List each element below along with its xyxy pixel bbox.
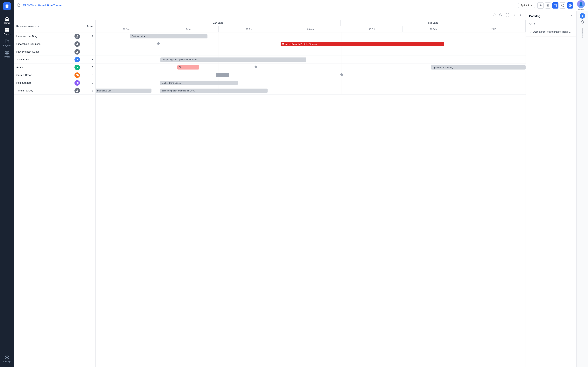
- gantt-row-paul: Market Trend Expl...: [96, 79, 526, 87]
- profile-area[interactable]: 👤 Profile: [577, 0, 585, 11]
- diamond-carmel: [340, 73, 344, 76]
- zoom-out-button[interactable]: [498, 12, 503, 18]
- sidebar-item-okrs[interactable]: OKRs: [0, 49, 14, 60]
- gantt-toolbar: [14, 11, 526, 20]
- svg-point-6: [7, 52, 7, 53]
- svg-point-29: [77, 43, 78, 44]
- backlog-item-text: Acceptance Testing Market Trend i...: [533, 30, 571, 33]
- gantt-right: Jan 2022 Feb 2022 09 Jan 16 Jan 23 Jan 3…: [96, 20, 526, 367]
- gantt-view-button[interactable]: [545, 2, 551, 8]
- gantt-row-ravi: [96, 48, 526, 56]
- backlog-close-button[interactable]: [570, 14, 573, 18]
- bell-icon[interactable]: [580, 20, 584, 25]
- sidebar-item-label: Projects: [3, 44, 11, 47]
- fit-button[interactable]: [505, 12, 510, 18]
- sort-desc-icon[interactable]: ▲: [37, 25, 39, 27]
- svg-rect-1: [7, 29, 9, 30]
- avatar: [75, 41, 80, 47]
- avatar: CB: [75, 72, 80, 78]
- week-13feb: 13 Feb: [403, 26, 464, 32]
- avatar: 👤: [577, 0, 585, 8]
- filter-icon[interactable]: [529, 23, 532, 26]
- sort-asc-icon[interactable]: ▼: [35, 25, 37, 27]
- avatar: [75, 49, 80, 55]
- bar-interactive-user[interactable]: Interactive User: [96, 89, 151, 93]
- profile-label: Profile: [578, 8, 584, 11]
- gantt-row-john: Design Logic for Optimization Engine: [96, 56, 526, 64]
- svg-point-5: [6, 52, 8, 54]
- bar-market-trend[interactable]: Market Trend Expl...: [160, 81, 238, 85]
- gantt-left: Resource Name ▼ ▲ Tasks Hans van der Bur…: [14, 20, 96, 367]
- avatar: A: [75, 65, 80, 70]
- app-logo[interactable]: [3, 2, 11, 10]
- svg-point-7: [6, 357, 8, 358]
- sprint-selector[interactable]: Sprint 1: [518, 3, 535, 8]
- add-button[interactable]: [537, 2, 544, 8]
- table-row: Gioacchino Gaudioso 2: [14, 40, 95, 48]
- sidebar-item-home[interactable]: Home: [0, 15, 14, 26]
- gantt-row-tanuja: Interactive User Build Integration inter…: [96, 87, 526, 95]
- bar-design-logic[interactable]: Design Logic for Optimization Engine: [160, 58, 306, 62]
- boards-icon: [5, 28, 9, 32]
- avatar: PS: [75, 80, 80, 86]
- calendar-view-button[interactable]: [552, 2, 558, 8]
- topbar: EP0005 - AI Based Time Tracker Sprint 1: [14, 0, 588, 11]
- bar-build-integration[interactable]: Build Integration interface for Goo...: [160, 89, 268, 93]
- logo-icon: [5, 4, 9, 8]
- week-20feb: 20 Feb: [464, 26, 526, 32]
- sidebar-item-projects[interactable]: Projects: [0, 37, 14, 49]
- svg-rect-3: [5, 31, 7, 32]
- week-30jan: 30 Jan: [280, 26, 341, 32]
- chevron-down-icon: [530, 4, 533, 7]
- svg-line-26: [502, 16, 502, 16]
- sort-up-icon[interactable]: [533, 23, 536, 26]
- sidebar-item-boards[interactable]: Boards: [0, 26, 14, 37]
- main-content: Resource Name ▼ ▲ Tasks Hans van der Bur…: [14, 11, 588, 367]
- sidebar-item-label: OKRs: [4, 56, 10, 58]
- table-row: Paul Santner PS 2: [14, 79, 95, 87]
- avatar: [75, 33, 80, 39]
- table-row: John Fama JF 1: [14, 56, 95, 64]
- gantt-header-timeline: Jan 2022 Feb 2022 09 Jan 16 Jan 23 Jan 3…: [96, 20, 526, 33]
- doc-icon: [17, 3, 21, 8]
- settings-icon: [5, 355, 9, 360]
- gantt-row-carmel: [96, 71, 526, 79]
- svg-rect-11: [547, 5, 548, 5]
- next-button[interactable]: [518, 12, 523, 18]
- zoom-in-button[interactable]: [492, 12, 497, 18]
- settings-cog-button[interactable]: [567, 2, 573, 8]
- backlog-header: Backlog: [526, 11, 576, 21]
- col-tasks-label: Tasks: [81, 25, 93, 28]
- gantt-container: Resource Name ▼ ▲ Tasks Hans van der Bur…: [14, 20, 526, 367]
- bar-optimization[interactable]: Optimization - Testing: [431, 65, 526, 69]
- info-button[interactable]: [560, 2, 566, 8]
- table-row: Hans van der Burg 2: [14, 33, 95, 40]
- col-resource-label: Resource Name ▼ ▲: [16, 25, 80, 28]
- svg-rect-12: [547, 6, 549, 6]
- backlog-toolbar: [526, 21, 576, 28]
- list-item[interactable]: Acceptance Testing Market Trend i...: [526, 28, 576, 37]
- bar-r8[interactable]: R8: [177, 65, 199, 69]
- home-icon: [5, 17, 9, 21]
- sidebar-item-label: Boards: [4, 33, 10, 35]
- bar-deployment[interactable]: Deployment ▶: [130, 34, 208, 38]
- svg-rect-10: [547, 4, 549, 5]
- gantt-area: Resource Name ▼ ▲ Tasks Hans van der Bur…: [14, 11, 526, 367]
- okrs-icon: [5, 50, 9, 55]
- sidebar-item-settings[interactable]: Settings: [0, 353, 14, 365]
- bar-mapping[interactable]: Mapping of data to Portfolio Structure: [281, 42, 444, 46]
- gantt-row-hans: Deployment ▶: [96, 33, 526, 40]
- notifications-panel: 4 Notification: [576, 11, 588, 367]
- sprint-label: Sprint 1: [520, 4, 529, 7]
- week-23jan: 23 Jan: [218, 26, 280, 32]
- check-icon: [529, 31, 532, 34]
- svg-point-28: [77, 35, 78, 36]
- table-row: Ravi Prakash Gupta: [14, 48, 95, 56]
- topbar-actions: [537, 2, 573, 8]
- prev-button[interactable]: [511, 12, 517, 18]
- bar-carmel[interactable]: [216, 73, 229, 77]
- week-06feb: 06 Feb: [341, 26, 403, 32]
- table-row: Carmel Brown CB 3: [14, 71, 95, 79]
- backlog-title: Backlog: [529, 14, 540, 18]
- month-feb: Feb 2022: [341, 20, 526, 26]
